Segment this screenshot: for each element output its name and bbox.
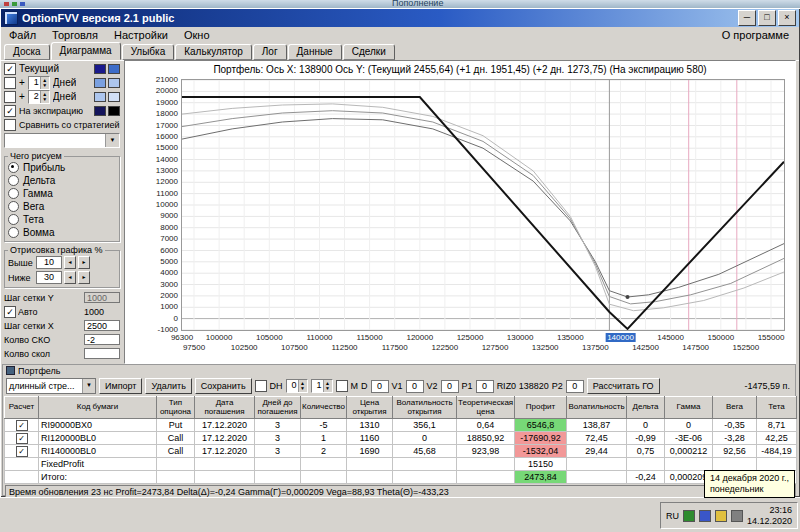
tab[interactable]: Лог: [253, 44, 287, 60]
table-row[interactable]: ✓RI90000BX0Put17.12.20203-51310356,10,64…: [5, 419, 797, 432]
tray-clock[interactable]: 23:16 14.12.2020: [747, 505, 792, 527]
tab[interactable]: Доска: [4, 44, 50, 60]
p1-input[interactable]: 0: [476, 380, 494, 393]
cell: Итого:: [39, 471, 157, 484]
menu-about[interactable]: О программе: [712, 28, 799, 42]
column-header[interactable]: Волатильность: [567, 397, 627, 419]
column-header[interactable]: Вега: [713, 397, 757, 419]
spinner-arrows-icon[interactable]: ▲▼: [298, 380, 307, 392]
below-decrease-button[interactable]: ◄: [64, 271, 76, 284]
menu-item[interactable]: Настройки: [106, 28, 176, 42]
cell: [665, 458, 713, 471]
row-checkbox[interactable]: ✓: [16, 433, 28, 444]
radio-option[interactable]: Гамма: [8, 187, 116, 200]
grid-setting-value[interactable]: 1000: [84, 292, 120, 303]
tab[interactable]: Данные: [288, 44, 342, 60]
chart-plot[interactable]: [181, 79, 785, 331]
dh-checkbox[interactable]: [255, 380, 267, 392]
dh-spinner-2[interactable]: 1▲▼: [311, 379, 333, 393]
cell: Put: [157, 419, 195, 432]
tab[interactable]: Улыбка: [122, 44, 175, 60]
auto-checkbox[interactable]: ✓: [4, 306, 16, 318]
table-row[interactable]: Итого:2473,84-0,240,00020988,93-433,23: [5, 471, 797, 484]
chevron-down-icon[interactable]: ▼: [105, 134, 119, 147]
x-axis-label: 142500: [632, 343, 659, 352]
tray-language[interactable]: RU: [666, 511, 679, 521]
radio-option[interactable]: Вега: [8, 200, 116, 213]
table-row[interactable]: ✓RI140000BL0Call17.12.202032169045,68923…: [5, 445, 797, 458]
minimize-button[interactable]: ─: [738, 10, 756, 26]
column-header[interactable]: Цена открытия: [347, 397, 393, 419]
row-checkbox[interactable]: ✓: [16, 420, 28, 431]
grid-setting-value[interactable]: -2: [84, 334, 120, 345]
days-spinner[interactable]: 1▲▼: [28, 76, 50, 90]
column-header[interactable]: Тип опциона: [157, 397, 195, 419]
column-header[interactable]: Профит: [515, 397, 567, 419]
calc-margin-button[interactable]: Рассчитать ГО: [587, 378, 660, 394]
tab[interactable]: Сделки: [343, 44, 395, 60]
table-row[interactable]: FixedProfit15150: [5, 458, 797, 471]
below-increase-button[interactable]: ►: [78, 271, 90, 284]
m-checkbox[interactable]: [336, 380, 348, 392]
series-checkbox[interactable]: [4, 91, 16, 103]
column-header[interactable]: Количество: [301, 397, 347, 419]
tab[interactable]: Калькулятор: [175, 44, 252, 60]
column-header[interactable]: Дельта: [627, 397, 665, 419]
v2-input[interactable]: 0: [441, 380, 459, 393]
tray-icon[interactable]: [715, 510, 727, 522]
taskbar[interactable]: RU 23:16 14.12.2020: [0, 497, 800, 532]
series-checkbox[interactable]: ✓: [4, 63, 16, 75]
portfolio-title: Портфель: [18, 366, 60, 376]
radio-option[interactable]: Вомма: [8, 226, 116, 239]
series-checkbox[interactable]: [4, 77, 16, 89]
spinner-arrows-icon[interactable]: ▲▼: [40, 77, 49, 89]
table-row[interactable]: ✓RI120000BL0Call17.12.2020311160018850,9…: [5, 432, 797, 445]
column-header[interactable]: Гамма: [665, 397, 713, 419]
position-combo[interactable]: длинный стре... ▼: [6, 378, 96, 394]
spinner-arrows-icon[interactable]: ▲▼: [40, 91, 49, 103]
column-header[interactable]: Теоретическая цена: [457, 397, 515, 419]
chevron-down-icon[interactable]: ▼: [82, 379, 95, 393]
cell: -0,24: [627, 471, 665, 484]
column-header[interactable]: Код бумаги: [39, 397, 157, 419]
dh-spinner-1[interactable]: 0▲▼: [286, 379, 308, 393]
close-button[interactable]: ×: [778, 10, 796, 26]
days-spinner[interactable]: 2▲▼: [28, 90, 50, 104]
menu-item[interactable]: Файл: [1, 28, 44, 42]
tray-icon[interactable]: [683, 510, 695, 522]
import-button[interactable]: Импорт: [99, 378, 142, 394]
column-header[interactable]: Тета: [757, 397, 797, 419]
column-header[interactable]: Дней до погашения: [255, 397, 301, 419]
above-decrease-button[interactable]: ◄: [64, 256, 76, 269]
below-input[interactable]: 30: [36, 271, 62, 284]
column-header[interactable]: Волатильность открытия: [393, 397, 457, 419]
title-bar[interactable]: OptionFVV версия 2.1 public ─ □ ×: [1, 9, 799, 27]
tab[interactable]: Диаграмма: [51, 42, 121, 60]
x-axis-label[interactable]: 140000: [605, 333, 636, 342]
above-input[interactable]: 10: [36, 256, 62, 269]
v1-input[interactable]: 0: [406, 380, 424, 393]
tray-icon[interactable]: [731, 510, 743, 522]
d-input[interactable]: 0: [371, 380, 389, 393]
menu-item[interactable]: Окно: [176, 28, 218, 42]
delete-button[interactable]: Удалить: [145, 378, 191, 394]
tray-icon[interactable]: [699, 510, 711, 522]
maximize-button[interactable]: □: [758, 10, 776, 26]
p2-input[interactable]: 0: [566, 380, 584, 393]
compare-checkbox[interactable]: [4, 119, 16, 131]
grid-setting-value[interactable]: 2500: [84, 320, 120, 331]
grid-setting-value[interactable]: [84, 348, 120, 359]
series-checkbox[interactable]: ✓: [4, 105, 16, 117]
radio-option[interactable]: Дельта: [8, 174, 116, 187]
radio-option[interactable]: Тета: [8, 213, 116, 226]
spinner-arrows-icon[interactable]: ▲▼: [323, 380, 332, 392]
save-button[interactable]: Сохранить: [195, 378, 252, 394]
column-header[interactable]: Дата погашения: [195, 397, 255, 419]
radio-icon: [8, 175, 19, 186]
strategy-combo[interactable]: ▼: [4, 133, 120, 148]
menu-item[interactable]: Торговля: [44, 28, 106, 42]
above-increase-button[interactable]: ►: [78, 256, 90, 269]
row-checkbox[interactable]: ✓: [16, 446, 28, 457]
radio-option[interactable]: Прибыль: [8, 161, 116, 174]
column-header[interactable]: Расчет: [5, 397, 39, 419]
